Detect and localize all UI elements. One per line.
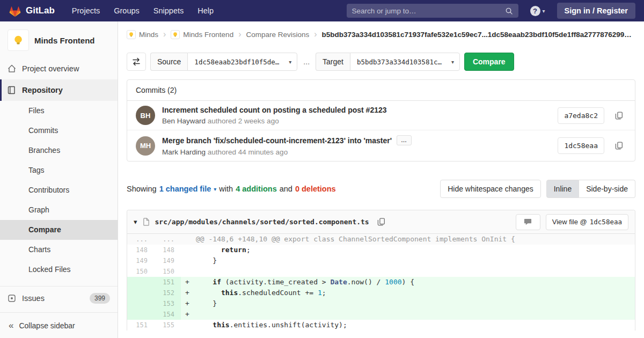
- old-line-number[interactable]: [127, 288, 154, 298]
- diff-table: ......@@ -148,6 +148,10 @@ export class …: [127, 234, 635, 330]
- sidebar-item-project-overview[interactable]: Project overview: [0, 58, 118, 79]
- old-line-number[interactable]: [127, 309, 154, 320]
- chevron-down-icon[interactable]: ▾: [214, 186, 216, 192]
- search-icon[interactable]: [505, 7, 513, 15]
- target-input-group: Target b5bdb373a334d103581c… ▾: [316, 53, 460, 71]
- inline-view-button[interactable]: Inline: [546, 180, 579, 198]
- new-line-number[interactable]: 152: [154, 288, 181, 298]
- commit-title-text: Merge branch 'fix/scheduled-count-increm…: [162, 136, 392, 145]
- source-label: Source: [150, 53, 187, 71]
- target-ref-dropdown[interactable]: b5bdb373a334d103581c… ▾: [350, 53, 460, 71]
- gitlab-home-link[interactable]: GitLab: [9, 5, 55, 17]
- home-icon: [8, 64, 16, 73]
- user-avatar[interactable]: MH: [136, 136, 155, 156]
- collapse-sidebar-button[interactable]: « Collapse sidebar: [0, 312, 118, 338]
- breadcrumb-link-minds-frontend[interactable]: Minds Frontend: [171, 30, 233, 39]
- view-file-button[interactable]: View file @ 1dc58eaa: [546, 214, 628, 230]
- diff-file-path[interactable]: src/app/modules/channels/sorted/sorted.c…: [155, 218, 369, 226]
- side-by-side-view-button[interactable]: Side-by-side: [579, 180, 635, 198]
- commit-author-link[interactable]: Ben Hayward: [162, 117, 206, 125]
- source-ref-dropdown[interactable]: 1dc58eaab23bdf10f5de… ▾: [187, 53, 297, 71]
- diff-line-added: 152+ this.scheduledCount += 1;: [127, 288, 635, 298]
- breadcrumb-separator-icon: ›: [238, 30, 241, 39]
- sidebar-item-commits[interactable]: Commits: [0, 121, 118, 141]
- swap-arrows-icon: [132, 57, 141, 66]
- sign-in-button[interactable]: Sign in / Register: [557, 3, 635, 19]
- target-ref-value: b5bdb373a334d103581c…: [357, 58, 442, 66]
- commit-title-link[interactable]: Increment scheduled count on posting a s…: [162, 106, 551, 114]
- old-line-number[interactable]: [127, 298, 154, 309]
- sidebar-item-compare[interactable]: Compare: [0, 220, 118, 240]
- additions-count: 4 additions: [236, 185, 277, 193]
- new-line-number[interactable]: 150: [154, 266, 181, 277]
- expand-commit-message-button[interactable]: …: [397, 135, 412, 145]
- source-ref-value: 1dc58eaab23bdf10f5de…: [194, 58, 279, 66]
- diff-file-actions: View file @ 1dc58eaa: [516, 214, 628, 230]
- new-line-number[interactable]: 151: [154, 277, 181, 288]
- chevron-down-icon: ▾: [451, 59, 454, 65]
- new-line-number[interactable]: 153: [154, 298, 181, 309]
- new-line-number[interactable]: 155: [154, 320, 181, 330]
- view-mode-button-group: Inline Side-by-side: [546, 180, 635, 198]
- diff-line-code: return;: [181, 245, 635, 255]
- help-menu[interactable]: ? ▾: [530, 6, 545, 16]
- commit-author-link[interactable]: Mark Harding: [162, 148, 206, 156]
- new-line-number[interactable]: 149: [154, 255, 181, 266]
- commit-sha[interactable]: a7eda8c2: [558, 107, 604, 124]
- copy-file-path-button[interactable]: [374, 215, 389, 230]
- compare-button[interactable]: Compare: [464, 53, 514, 71]
- with-label: with: [219, 185, 233, 193]
- old-line-number[interactable]: 151: [127, 320, 154, 330]
- commit-title-text: Increment scheduled count on posting a s…: [162, 106, 387, 114]
- sidebar-item-repository[interactable]: Repository: [0, 79, 118, 101]
- breadcrumb-avatar: [127, 30, 136, 39]
- nav-link-help[interactable]: Help: [197, 6, 214, 15]
- new-line-number[interactable]: ...: [154, 234, 181, 245]
- search-box[interactable]: [347, 4, 518, 18]
- collapse-diff-caret[interactable]: ▾: [134, 218, 137, 226]
- sidebar-item-files[interactable]: Files: [0, 101, 118, 121]
- old-line-number[interactable]: 148: [127, 245, 154, 255]
- sidebar-item-tags[interactable]: Tags: [0, 160, 118, 180]
- collapse-icon: «: [9, 320, 13, 331]
- sidebar-item-graph[interactable]: Graph: [0, 200, 118, 220]
- new-line-number[interactable]: 154: [154, 309, 181, 320]
- toggle-comments-button[interactable]: [516, 214, 540, 230]
- hide-whitespace-button[interactable]: Hide whitespace changes: [440, 180, 541, 198]
- copy-sha-button[interactable]: [611, 108, 626, 123]
- nav-link-projects[interactable]: Projects: [72, 6, 100, 15]
- sidebar-item-contributors[interactable]: Contributors: [0, 180, 118, 200]
- changed-files-dropdown[interactable]: 1 changed file: [159, 185, 211, 193]
- swap-revisions-button[interactable]: [127, 53, 146, 71]
- old-line-number[interactable]: ...: [127, 234, 154, 245]
- copy-sha-button[interactable]: [611, 138, 626, 153]
- old-line-number[interactable]: 149: [127, 255, 154, 266]
- sidebar-item-charts[interactable]: Charts: [0, 240, 118, 260]
- breadcrumb-link-compare-revisions[interactable]: Compare Revisions: [246, 31, 309, 39]
- chevron-down-icon: ▾: [289, 59, 291, 65]
- nav-link-snippets[interactable]: Snippets: [153, 6, 184, 15]
- new-line-number[interactable]: 148: [154, 245, 181, 255]
- copy-icon: [615, 112, 623, 120]
- project-header[interactable]: Minds Frontend: [0, 21, 118, 58]
- sidebar-item-locked-files[interactable]: Locked Files: [0, 260, 118, 280]
- diff-line-code: + if (activity.time_created > Date.now()…: [181, 277, 635, 288]
- user-avatar[interactable]: BH: [136, 106, 155, 125]
- old-line-number[interactable]: [127, 277, 154, 288]
- showing-label: Showing: [127, 185, 157, 193]
- diff-line-prefix: +: [185, 288, 196, 298]
- source-input-group: Source 1dc58eaab23bdf10f5de… ▾: [150, 53, 297, 71]
- breadcrumb-link-minds[interactable]: Minds: [127, 30, 158, 39]
- diff-line-code: @@ -148,6 +148,10 @@ export class Channe…: [181, 234, 635, 245]
- sidebar-item-branches[interactable]: Branches: [0, 141, 118, 160]
- commit-title-link[interactable]: Merge branch 'fix/scheduled-count-increm…: [162, 135, 551, 145]
- main-content: Minds›Minds Frontend›Compare Revisions›b…: [118, 21, 644, 338]
- sidebar-item-issues[interactable]: Issues 399: [0, 286, 118, 310]
- nav-link-groups[interactable]: Groups: [114, 6, 140, 15]
- breadcrumb-label: Minds: [139, 31, 158, 39]
- commit-sha[interactable]: 1dc58eaa: [558, 137, 604, 154]
- old-line-number[interactable]: 150: [127, 266, 154, 277]
- search-input[interactable]: [352, 7, 501, 15]
- breadcrumb-avatar: [171, 30, 180, 39]
- collapse-label: Collapse sidebar: [19, 321, 75, 330]
